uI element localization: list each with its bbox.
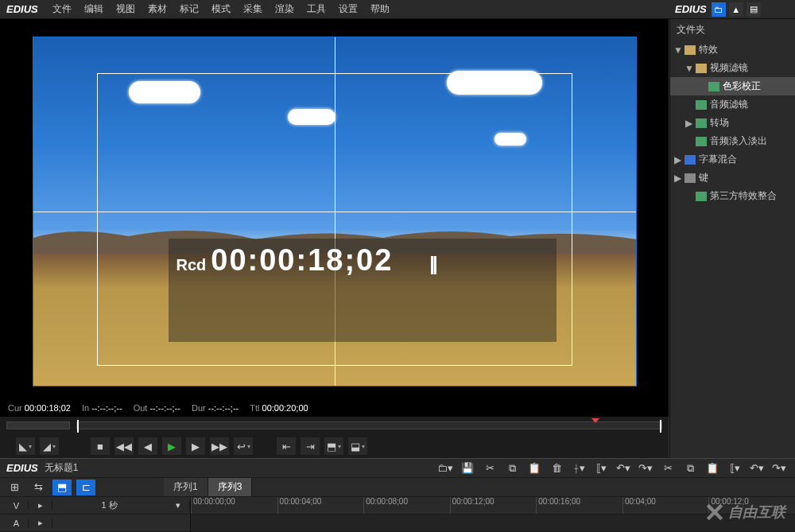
scrub-bar[interactable] [0,417,669,434]
tl-copy2-button[interactable]: ⧉ [681,460,700,476]
side-panel-title: 文件夹 [670,19,795,41]
tl-ripple-button[interactable]: ⟦▾ [591,460,611,476]
menu-help[interactable]: 帮助 [364,2,396,16]
seq-tab-1[interactable]: 序列1 [164,478,208,496]
tl-save-button[interactable]: 💾 [458,460,477,476]
tc-cur-label: Cur [8,403,22,413]
timeline-ruler[interactable]: 00:00:00;0000:00:04;0000:00:08;0000:00:1… [191,497,795,515]
menu-clip[interactable]: 素材 [142,2,173,16]
track-row[interactable] [191,515,795,532]
mode-overwrite-button[interactable]: ⊏ [76,480,95,495]
timecode-bar: Cur 00:00:18;02 In --:--:--;-- Out --:--… [0,399,669,417]
menu-mode[interactable]: 模式 [205,2,237,16]
up-icon[interactable]: ▲ [729,2,743,17]
tc-dur-label: Dur [192,403,206,413]
loop-button[interactable]: ↩▾ [234,437,253,455]
rec-label: Rcd [176,256,207,274]
tree-item-third-party[interactable]: 第三方特效整合 [670,187,795,205]
track-v-label[interactable]: V [5,501,29,511]
tl-copy-button[interactable]: ⧉ [502,460,522,476]
tl-cut2-button[interactable]: ✂ [658,460,677,476]
scrub-zoom[interactable] [6,421,70,429]
menu-view[interactable]: 视图 [110,2,142,16]
track-headers: V ▸ 1 秒 ▾ A ▸ [0,497,191,532]
menu-edit[interactable]: 编辑 [78,2,110,16]
app-logo: EDIUS [6,3,38,15]
tree-item-transition[interactable]: ▶转场 [670,114,795,132]
tl-undo-button[interactable]: ↶▾ [614,460,633,476]
duration-field[interactable]: 1 秒 [52,499,166,511]
pause-indicator: || [429,253,435,275]
rewind-button[interactable]: ◀◀ [114,437,134,455]
menu-marker[interactable]: 标记 [173,2,205,16]
side-toolbar: EDIUS 🗀 ▲ ▤ [670,0,795,19]
video-frame: Rcd 00:00:18;02 || [33,37,637,386]
set-out-button[interactable]: ◢▾ [40,437,59,455]
mode-trim-button[interactable]: ⇆ [29,480,48,495]
tl-cut-button[interactable]: ✂ [480,460,499,476]
tl-split-button[interactable]: ⟊▾ [569,460,588,476]
track-a-label[interactable]: A [5,518,29,528]
tree-item-title-mix[interactable]: ▶字幕混合 [670,150,795,169]
set-in-button[interactable]: ◣▾ [16,437,35,455]
tree-item-color-correction[interactable]: 色彩校正 [670,77,795,95]
menu-settings[interactable]: 设置 [332,2,364,16]
insert-button[interactable]: ⬒▾ [324,437,343,455]
timeline-toolbar: 🗀▾ 💾 ✂ ⧉ 📋 🗑 ⟊▾ ⟦▾ ↶▾ ↷▾ ✂ ⧉ 📋 ⟦▾ ↶▾ ↷▾ [436,460,795,476]
goto-out-button[interactable]: ⇥ [301,437,320,455]
tree-item-audio-fade[interactable]: 音频淡入淡出 [670,132,795,150]
goto-in-button[interactable]: ⇤ [277,437,296,455]
menu-render[interactable]: 渲染 [269,2,301,16]
scrub-track[interactable] [76,421,662,429]
tc-in-label: In [82,403,89,413]
project-title: 无标题1 [45,461,79,475]
tl-undo2-button[interactable]: ↶▾ [747,460,766,476]
tl-delete-button[interactable]: 🗑 [547,460,566,476]
preview-viewport[interactable]: Rcd 00:00:18;02 || [0,19,669,399]
preview-panel: Rcd 00:00:18;02 || Cur 00:00:18;02 In --… [0,19,669,458]
menu-tools[interactable]: 工具 [301,2,332,16]
tc-dur: --:--:--;-- [208,403,238,413]
tc-in: --:--:--;-- [91,403,122,413]
tree-item-video-filter[interactable]: ▼视频滤镜 [670,59,795,77]
effects-panel: EDIUS 🗀 ▲ ▤ 文件夹 ▼特效 ▼视频滤镜 色彩校正 音频滤镜 ▶转场 … [669,19,795,458]
next-frame-button[interactable]: ▶ [186,437,205,455]
side-logo: EDIUS [675,3,707,15]
tc-out-label: Out [134,403,148,413]
menu-capture[interactable]: 采集 [237,2,269,16]
prev-frame-button[interactable]: ◀ [138,437,157,455]
stop-button[interactable]: ■ [91,437,110,455]
tl-group-button[interactable]: ⟦▾ [725,460,744,476]
tc-ttl-label: Ttl [250,403,259,413]
tree-item-audio-filter[interactable]: 音频滤镜 [670,95,795,114]
timeline-logo: EDIUS [0,462,45,474]
mode-insert-button[interactable]: ⬒ [52,480,72,495]
seq-tab-3[interactable]: 序列3 [208,478,253,496]
tree-item-fx[interactable]: ▼特效 [670,41,795,59]
rec-timecode: 00:00:18;02 [211,243,393,278]
tc-ttl: 00:00:20;00 [262,403,308,413]
effects-tree: ▼特效 ▼视频滤镜 色彩校正 音频滤镜 ▶转场 音频淡入淡出 ▶字幕混合 ▶键 … [670,41,795,205]
tl-paste-button[interactable]: 📋 [525,460,544,476]
tl-redo2-button[interactable]: ↷▾ [770,460,789,476]
fast-forward-button[interactable]: ▶▶ [210,437,229,455]
tree-item-key[interactable]: ▶键 [670,169,795,187]
tc-out: --:--:--;-- [149,403,180,413]
tl-redo-button[interactable]: ↷▾ [636,460,655,476]
overwrite-button[interactable]: ⬓▾ [348,437,367,455]
sequence-tabs: 序列1 序列3 [164,478,252,496]
tl-paste2-button[interactable]: 📋 [703,460,722,476]
tc-cur: 00:00:18;02 [25,403,71,413]
timeline-panel: EDIUS 无标题1 🗀▾ 💾 ✂ ⧉ 📋 🗑 ⟊▾ ⟦▾ ↶▾ ↷▾ ✂ ⧉ … [0,458,795,532]
tl-open-button[interactable]: 🗀▾ [436,460,455,476]
transport-bar: ◣▾ ◢▾ ■ ◀◀ ◀ ▶ ▶ ▶▶ ↩▾ ⇤ ⇥ ⬒▾ ⬓▾ [0,434,669,458]
mode-normal-button[interactable]: ⊞ [5,480,24,495]
timeline-tracks[interactable]: 00:00:00;0000:00:04;0000:00:08;0000:00:1… [191,497,795,532]
rec-overlay: Rcd 00:00:18;02 || [169,239,556,342]
list-icon[interactable]: ▤ [747,2,761,17]
folder-icon[interactable]: 🗀 [712,2,726,17]
play-button[interactable]: ▶ [162,437,181,455]
menu-file[interactable]: 文件 [46,2,78,16]
